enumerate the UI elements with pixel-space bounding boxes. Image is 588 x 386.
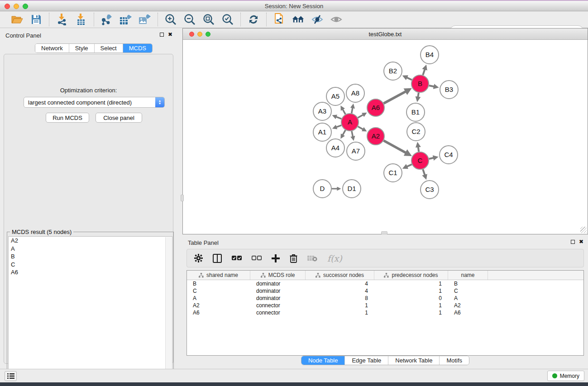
graph-edge-A-A2[interactable] xyxy=(358,127,364,130)
memory-button[interactable]: Memory xyxy=(547,371,584,381)
new-network-from-selection-icon[interactable] xyxy=(273,13,286,26)
graph-edge-A-A6[interactable] xyxy=(358,114,363,118)
table-row[interactable]: Cdominator41C xyxy=(187,287,583,295)
select-all-rows-icon[interactable] xyxy=(232,255,242,261)
table-cell[interactable]: 4 xyxy=(306,287,374,295)
refresh-view-icon[interactable] xyxy=(247,13,260,26)
add-column-icon[interactable] xyxy=(272,254,280,262)
tab-network[interactable]: Network xyxy=(35,44,69,52)
hide-selected-icon[interactable] xyxy=(311,13,324,26)
graph-edge-A-A3[interactable] xyxy=(335,117,341,119)
table-cell[interactable]: A2 xyxy=(187,302,250,309)
deselect-all-rows-icon[interactable] xyxy=(252,255,262,261)
graph-node-A1[interactable]: A1 xyxy=(313,123,331,141)
tab-network-table[interactable]: Network Table xyxy=(388,356,440,365)
window-resize-grip[interactable] xyxy=(580,227,587,233)
save-session-icon[interactable] xyxy=(30,13,43,26)
graph-edge-B-B3[interactable] xyxy=(429,86,435,87)
table-cell[interactable]: 1 xyxy=(374,280,448,287)
graph-node-A3[interactable]: A3 xyxy=(313,102,331,120)
mcds-result-item[interactable]: A xyxy=(9,245,172,253)
close-panel-icon[interactable]: ✖ xyxy=(168,32,172,37)
table-cell[interactable]: 1 xyxy=(306,309,374,316)
export-image-icon[interactable] xyxy=(139,13,151,26)
table-cell[interactable]: dominator xyxy=(250,287,306,295)
gear-icon[interactable] xyxy=(194,254,203,262)
zoom-out-icon[interactable] xyxy=(183,13,196,26)
graph-node-A5[interactable]: A5 xyxy=(326,87,344,105)
run-mcds-button[interactable]: Run MCDS xyxy=(46,113,89,123)
table-row[interactable]: A6connector11A6 xyxy=(187,309,583,316)
graph-node-B[interactable]: B xyxy=(411,75,429,92)
graph-edge-A-A8[interactable] xyxy=(352,107,353,113)
graph-node-D1[interactable]: D1 xyxy=(343,180,361,198)
delete-table-icon[interactable] xyxy=(307,255,317,262)
graph-edge-A6-B[interactable] xyxy=(384,91,407,103)
graph-edge-A-A4[interactable] xyxy=(342,130,345,135)
export-table-icon[interactable] xyxy=(120,13,132,26)
table-cell[interactable]: connector xyxy=(250,309,306,316)
graph-node-A7[interactable]: A7 xyxy=(347,142,365,160)
export-network-icon[interactable] xyxy=(100,13,113,26)
tab-style[interactable]: Style xyxy=(69,44,95,52)
float-panel-icon[interactable] xyxy=(160,33,164,37)
table-row[interactable]: A2connector11A2 xyxy=(187,302,583,309)
graph-node-B4[interactable]: B4 xyxy=(421,46,439,64)
tab-edge-table[interactable]: Edge Table xyxy=(345,356,388,365)
graph-node-B2[interactable]: B2 xyxy=(384,62,402,80)
graph-node-C1[interactable]: C1 xyxy=(384,164,402,182)
graph-edge-A-A5[interactable] xyxy=(342,109,345,114)
table-cell[interactable]: 0 xyxy=(374,295,448,302)
column-header-predecessor-nodes[interactable]: predecessor nodes xyxy=(374,271,448,280)
first-neighbors-icon[interactable] xyxy=(292,13,305,26)
tab-mcds[interactable]: MCDS xyxy=(123,44,152,52)
column-header-successor-nodes[interactable]: successor nodes xyxy=(306,271,374,280)
table-cell[interactable]: 1 xyxy=(374,287,448,295)
table-cell[interactable]: C xyxy=(448,287,488,295)
graph-node-B3[interactable]: B3 xyxy=(440,81,458,99)
tab-select[interactable]: Select xyxy=(95,44,123,52)
divider-handle[interactable] xyxy=(181,195,184,201)
graph-node-D[interactable]: D xyxy=(313,180,331,198)
graph-node-A[interactable]: A xyxy=(341,114,359,131)
table-cell[interactable]: A6 xyxy=(448,309,488,316)
optimization-criterion-dropdown[interactable]: largest connected component (directed) ▲… xyxy=(24,97,165,108)
graph-node-A6[interactable]: A6 xyxy=(367,99,384,116)
task-history-button[interactable] xyxy=(5,371,17,381)
result-list-scrollbar[interactable] xyxy=(165,237,172,386)
mcds-result-item[interactable]: A2 xyxy=(9,237,172,245)
graph-node-C4[interactable]: C4 xyxy=(440,146,458,164)
table-cell[interactable]: 8 xyxy=(306,295,374,302)
close-table-panel-icon[interactable]: ✖ xyxy=(579,239,583,244)
show-all-icon[interactable] xyxy=(330,13,343,26)
graph-edge-A-A1[interactable] xyxy=(336,125,341,127)
column-header-shared-name[interactable]: shared name xyxy=(187,271,250,280)
table-cell[interactable]: dominator xyxy=(250,280,306,287)
table-cell[interactable]: connector xyxy=(250,302,306,309)
graph-edge-B-B2[interactable] xyxy=(406,77,412,80)
splitter-handle[interactable] xyxy=(381,231,387,234)
delete-column-icon[interactable] xyxy=(290,254,297,263)
close-panel-button[interactable]: Close panel xyxy=(96,113,142,123)
column-header-MCDS-role[interactable]: MCDS role xyxy=(250,271,306,280)
graph-edge-C-C2[interactable] xyxy=(418,146,419,152)
tab-node-table[interactable]: Node Table xyxy=(301,356,345,365)
graph-node-A2[interactable]: A2 xyxy=(367,128,384,145)
float-table-panel-icon[interactable] xyxy=(571,240,575,244)
table-cell[interactable]: A6 xyxy=(187,309,250,316)
mcds-result-list[interactable]: A2ABCA6 xyxy=(8,236,172,386)
import-network-icon[interactable] xyxy=(56,13,68,26)
graph-edge-A2-C[interactable] xyxy=(384,141,407,153)
graph-edge-C-C1[interactable] xyxy=(406,164,412,167)
zoom-fit-icon[interactable] xyxy=(202,13,215,26)
table-cell[interactable]: 1 xyxy=(374,309,448,316)
table-cell[interactable]: A xyxy=(187,295,250,302)
graph-node-A4[interactable]: A4 xyxy=(326,139,344,157)
table-row[interactable]: Adominator80A xyxy=(187,295,583,302)
table-cell[interactable]: A2 xyxy=(448,302,488,309)
column-layout-icon[interactable] xyxy=(213,254,222,263)
open-session-icon[interactable] xyxy=(11,13,24,26)
graph-node-C[interactable]: C xyxy=(411,152,429,169)
import-table-icon[interactable] xyxy=(75,13,87,26)
graph-edge-B-B4[interactable] xyxy=(423,69,425,75)
